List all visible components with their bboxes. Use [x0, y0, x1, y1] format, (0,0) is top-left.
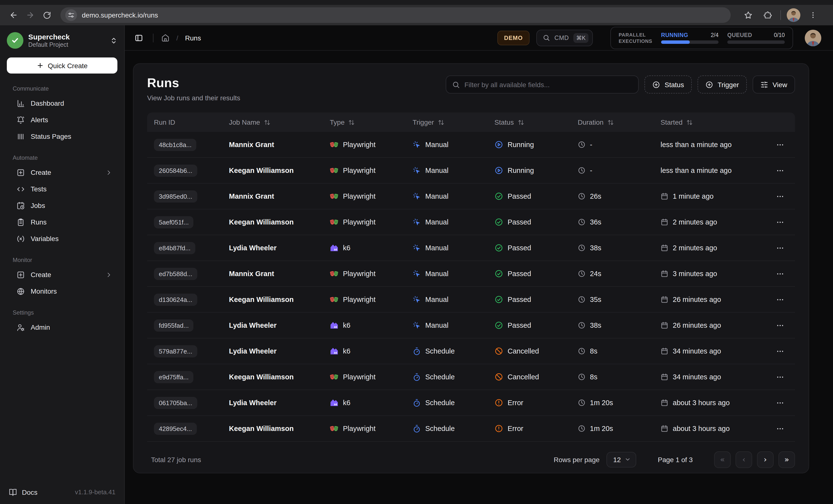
breadcrumb-slash: / — [176, 34, 178, 42]
row-actions-button[interactable] — [773, 215, 787, 229]
chevron-down-icon — [625, 456, 631, 463]
browser-profile-avatar[interactable] — [787, 8, 800, 22]
site-settings-icon[interactable] — [65, 9, 77, 21]
sidebar-item-variables[interactable]: Variables — [4, 230, 120, 247]
url-bar[interactable]: demo.supercheck.io/runs — [61, 7, 731, 23]
row-actions-button[interactable] — [773, 267, 787, 281]
column-header-job-name[interactable]: Job Name — [229, 118, 330, 126]
command-palette-button[interactable]: CMD ⌘K — [536, 29, 593, 46]
column-header-type[interactable]: Type — [330, 118, 412, 126]
table-row[interactable]: 5aef051f...Keegan WilliamsonPlaywrightMa… — [147, 209, 795, 235]
sidebar-item-label: Create — [31, 168, 51, 176]
sort-icon[interactable] — [686, 119, 693, 125]
page-info: Page 1 of 3 — [658, 456, 693, 463]
row-actions-button[interactable] — [773, 163, 787, 177]
extensions-puzzle-icon[interactable] — [761, 8, 775, 22]
column-header-started[interactable]: Started — [661, 118, 787, 126]
sort-icon[interactable] — [518, 119, 524, 125]
filter-field[interactable] — [446, 75, 639, 94]
table-row[interactable]: 260584b6...Keegan WilliamsonPlaywrightMa… — [147, 158, 795, 184]
sort-icon[interactable] — [608, 119, 614, 125]
table-row[interactable]: 3d985ed0...Mannix GrantPlaywrightManualP… — [147, 184, 795, 209]
clock-icon — [578, 295, 586, 303]
check-circle-icon — [495, 269, 503, 278]
calendar-clock-icon — [17, 201, 25, 210]
sidebar-item-jobs[interactable]: Jobs — [4, 197, 120, 214]
queued-count: 0/10 — [774, 32, 785, 38]
timer-icon — [412, 424, 421, 433]
column-header-duration[interactable]: Duration — [578, 118, 661, 126]
docs-link[interactable]: Docs — [9, 488, 38, 496]
sidebar-item-label: Jobs — [31, 201, 45, 209]
row-actions-button[interactable] — [773, 395, 787, 410]
row-actions-button[interactable] — [773, 241, 787, 255]
table-row[interactable]: 579a877e...Lydia Wheelerk6k6ScheduleCanc… — [147, 338, 795, 364]
timer-icon — [412, 347, 421, 355]
table-row[interactable]: fd955fad...Lydia Wheelerk6k6ManualPassed… — [147, 313, 795, 338]
sidebar-item-runs[interactable]: Runs — [4, 214, 120, 230]
playwright-icon — [330, 192, 338, 201]
sidebar-item-admin[interactable]: Admin — [4, 319, 120, 336]
cursor-click-icon — [412, 321, 421, 330]
reload-icon[interactable] — [40, 8, 54, 22]
quick-create-button[interactable]: Quick Create — [7, 57, 117, 74]
table-row[interactable]: e9d75ffa...Keegan WilliamsonPlaywrightSc… — [147, 364, 795, 390]
status-label: Cancelled — [507, 373, 539, 381]
next-page-button[interactable]: › — [757, 451, 774, 468]
first-page-button[interactable]: « — [714, 451, 731, 468]
started-value: 3 minutes ago — [673, 270, 717, 278]
row-actions-button[interactable] — [773, 344, 787, 358]
sidebar-item-create[interactable]: Create — [4, 266, 120, 283]
back-icon[interactable] — [7, 8, 21, 22]
total-count: Total 27 job runs — [147, 456, 201, 463]
home-icon[interactable] — [161, 33, 169, 42]
table-row[interactable]: 061705ba...Lydia Wheelerk6k6ScheduleErro… — [147, 390, 795, 416]
rows-per-page-label: Rows per page — [554, 456, 599, 463]
sidebar-toggle-icon[interactable] — [133, 31, 145, 44]
type-label: Playwright — [343, 192, 376, 200]
column-header-trigger[interactable]: Trigger — [412, 118, 495, 126]
sidebar-item-create[interactable]: Create — [4, 164, 120, 181]
row-actions-button[interactable] — [773, 318, 787, 332]
sort-icon[interactable] — [349, 119, 355, 125]
rows-per-page-select[interactable]: 12 — [606, 452, 637, 467]
sidebar-item-label: Monitors — [31, 287, 57, 295]
table-row[interactable]: 48cb1c8a...Mannix GrantPlaywrightManualR… — [147, 132, 795, 158]
sidebar-item-alerts[interactable]: Alerts — [4, 112, 120, 128]
filter-input[interactable] — [465, 80, 633, 88]
column-header-status[interactable]: Status — [495, 118, 578, 126]
sidebar-section-label: Communicate — [13, 85, 124, 92]
sidebar-item-monitors[interactable]: Monitors — [4, 283, 120, 299]
sidebar-item-tests[interactable]: Tests — [4, 181, 120, 197]
run-id-badge: 42895ec4... — [154, 423, 197, 435]
trigger-filter-button[interactable]: Trigger — [697, 75, 747, 94]
sidebar-item-dashboard[interactable]: Dashboard — [4, 95, 120, 112]
sort-icon[interactable] — [438, 119, 444, 125]
table-row[interactable]: 42895ec4...Keegan WilliamsonPlaywrightSc… — [147, 416, 795, 442]
forward-icon[interactable] — [23, 8, 37, 22]
globe-icon — [17, 287, 25, 295]
project-switcher[interactable]: Supercheck Default Project — [0, 25, 124, 52]
view-button[interactable]: View — [753, 75, 795, 94]
row-actions-button[interactable] — [773, 422, 787, 436]
table-row[interactable]: d130624a...Keegan WilliamsonPlaywrightMa… — [147, 287, 795, 313]
row-actions-button[interactable] — [773, 370, 787, 384]
last-page-button[interactable]: » — [779, 451, 795, 468]
sidebar-item-status-pages[interactable]: Status Pages — [4, 128, 120, 145]
row-actions-button[interactable] — [773, 138, 787, 152]
playwright-icon — [330, 218, 338, 226]
row-actions-button[interactable] — [773, 292, 787, 307]
started-value: about 3 hours ago — [673, 399, 730, 407]
chevrons-up-down-icon — [110, 37, 117, 44]
table-row[interactable]: ed7b588d...Mannix GrantPlaywrightManualP… — [147, 261, 795, 287]
status-filter-button[interactable]: Status — [645, 75, 692, 94]
user-avatar[interactable] — [805, 29, 821, 46]
bookmark-star-icon[interactable] — [741, 8, 755, 22]
circle-plus-icon — [652, 80, 660, 88]
prev-page-button[interactable]: ‹ — [736, 451, 752, 468]
duration-value: 38s — [590, 244, 601, 252]
table-row[interactable]: e84b87fd...Lydia Wheelerk6k6ManualPassed… — [147, 235, 795, 261]
browser-menu-kebab-icon[interactable] — [806, 8, 820, 22]
sort-icon[interactable] — [264, 119, 270, 125]
row-actions-button[interactable] — [773, 189, 787, 203]
